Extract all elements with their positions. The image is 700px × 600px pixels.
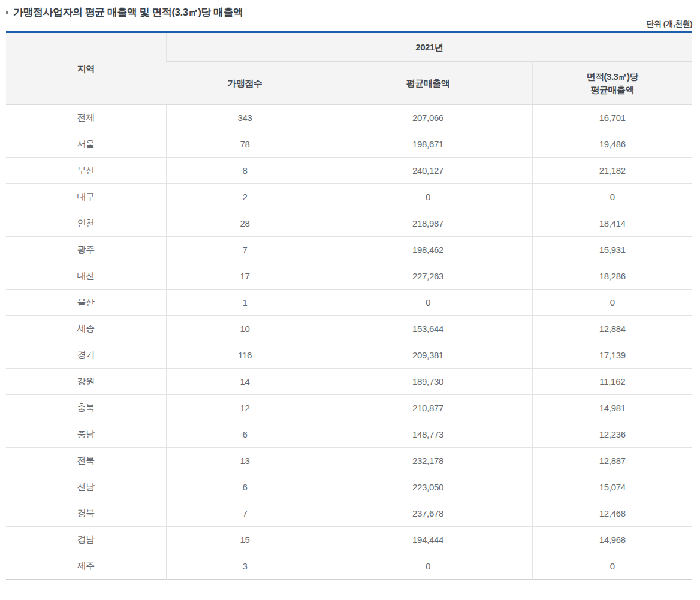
region-cell: 경남 — [6, 527, 166, 553]
store-count-cell: 13 — [166, 448, 324, 474]
column-header-avg-sales: 평균매출액 — [324, 62, 532, 105]
unit-note: 단위 (개,천원) — [6, 19, 692, 31]
region-cell: 인천 — [6, 210, 166, 237]
store-count-cell: 7 — [166, 237, 324, 263]
table-row: 충북12210,87714,981 — [6, 395, 692, 421]
store-count-cell: 15 — [166, 527, 324, 553]
avg-sales-cell: 218,987 — [324, 210, 532, 237]
per-area-header-line2: 평균매출액 — [591, 85, 635, 95]
avg-sales-cell: 198,462 — [324, 237, 532, 263]
store-count-cell: 14 — [166, 369, 324, 395]
avg-sales-cell: 189,730 — [324, 369, 532, 395]
region-cell: 경북 — [6, 500, 166, 527]
store-count-cell: 343 — [166, 105, 324, 131]
store-count-cell: 12 — [166, 395, 324, 421]
avg-sales-cell: 0 — [324, 553, 532, 580]
per-area-sales-cell: 18,414 — [532, 210, 692, 237]
table-row: 서울78198,67119,486 — [6, 131, 692, 158]
store-count-cell: 6 — [166, 474, 324, 500]
per-area-sales-cell: 0 — [532, 290, 692, 316]
avg-sales-cell: 232,178 — [324, 448, 532, 474]
store-count-cell: 116 — [166, 342, 324, 369]
table-row: 대전17227,26318,286 — [6, 263, 692, 290]
table-row: 광주7198,46215,931 — [6, 237, 692, 263]
avg-sales-cell: 237,678 — [324, 500, 532, 527]
column-header-per-area-sales: 면적(3.3㎡)당 평균매출액 — [532, 62, 692, 105]
region-cell: 전체 — [6, 105, 166, 131]
column-header-store-count: 가맹점수 — [166, 62, 324, 105]
store-count-cell: 28 — [166, 210, 324, 237]
square-bullet-icon — [6, 11, 8, 14]
table-row: 전북13232,17812,887 — [6, 448, 692, 474]
avg-sales-cell: 223,050 — [324, 474, 532, 500]
region-cell: 광주 — [6, 237, 166, 263]
per-area-sales-cell: 12,468 — [532, 500, 692, 527]
region-cell: 울산 — [6, 290, 166, 316]
avg-sales-cell: 153,644 — [324, 316, 532, 342]
per-area-sales-cell: 12,884 — [532, 316, 692, 342]
per-area-sales-cell: 17,139 — [532, 342, 692, 369]
per-area-sales-cell: 15,931 — [532, 237, 692, 263]
avg-sales-cell: 240,127 — [324, 158, 532, 184]
table-row: 울산100 — [6, 290, 692, 316]
column-header-year-2021: 2021년 — [166, 32, 692, 62]
store-count-cell: 8 — [166, 158, 324, 184]
per-area-sales-cell: 15,074 — [532, 474, 692, 500]
avg-sales-cell: 209,381 — [324, 342, 532, 369]
region-cell: 서울 — [6, 131, 166, 158]
region-cell: 전남 — [6, 474, 166, 500]
table-row: 경남15194,44414,968 — [6, 527, 692, 553]
per-area-sales-cell: 0 — [532, 184, 692, 210]
store-count-cell: 1 — [166, 290, 324, 316]
region-cell: 대전 — [6, 263, 166, 290]
table-row: 대구200 — [6, 184, 692, 210]
avg-sales-cell: 210,877 — [324, 395, 532, 421]
sales-table: 지역 2021년 가맹점수 평균매출액 면적(3.3㎡)당 평균매출액 전체34… — [6, 31, 692, 580]
table-header: 지역 2021년 가맹점수 평균매출액 면적(3.3㎡)당 평균매출액 — [6, 32, 692, 105]
region-cell: 강원 — [6, 369, 166, 395]
per-area-sales-cell: 16,701 — [532, 105, 692, 131]
avg-sales-cell: 194,444 — [324, 527, 532, 553]
table-row: 충남6148,77312,236 — [6, 421, 692, 448]
avg-sales-cell: 207,066 — [324, 105, 532, 131]
region-cell: 충북 — [6, 395, 166, 421]
title-line: 가맹점사업자의 평균 매출액 및 면적(3.3㎡)당 매출액 — [6, 5, 692, 19]
region-cell: 부산 — [6, 158, 166, 184]
region-cell: 전북 — [6, 448, 166, 474]
store-count-cell: 7 — [166, 500, 324, 527]
avg-sales-cell: 148,773 — [324, 421, 532, 448]
per-area-header-line1: 면적(3.3㎡)당 — [587, 71, 638, 82]
table-row: 제주300 — [6, 553, 692, 580]
per-area-sales-cell: 12,236 — [532, 421, 692, 448]
table-row: 경북7237,67812,468 — [6, 500, 692, 527]
page-title: 가맹점사업자의 평균 매출액 및 면적(3.3㎡)당 매출액 — [13, 5, 243, 19]
per-area-sales-cell: 18,286 — [532, 263, 692, 290]
store-count-cell: 10 — [166, 316, 324, 342]
store-count-cell: 6 — [166, 421, 324, 448]
per-area-sales-cell: 21,182 — [532, 158, 692, 184]
region-cell: 세종 — [6, 316, 166, 342]
page: 가맹점사업자의 평균 매출액 및 면적(3.3㎡)당 매출액 단위 (개,천원)… — [0, 0, 700, 600]
column-header-region: 지역 — [6, 32, 166, 105]
table-row: 강원14189,73011,162 — [6, 369, 692, 395]
store-count-cell: 17 — [166, 263, 324, 290]
per-area-sales-cell: 14,981 — [532, 395, 692, 421]
region-cell: 제주 — [6, 553, 166, 580]
table-row: 전남6223,05015,074 — [6, 474, 692, 500]
table-row: 세종10153,64412,884 — [6, 316, 692, 342]
per-area-sales-cell: 0 — [532, 553, 692, 580]
region-cell: 경기 — [6, 342, 166, 369]
header-row-year: 지역 2021년 — [6, 32, 692, 62]
avg-sales-cell: 0 — [324, 290, 532, 316]
avg-sales-cell: 0 — [324, 184, 532, 210]
per-area-sales-cell: 12,887 — [532, 448, 692, 474]
table-row: 전체343207,06616,701 — [6, 105, 692, 131]
table-row: 인천28218,98718,414 — [6, 210, 692, 237]
table-row: 부산8240,12721,182 — [6, 158, 692, 184]
table-row: 경기116209,38117,139 — [6, 342, 692, 369]
region-cell: 충남 — [6, 421, 166, 448]
store-count-cell: 2 — [166, 184, 324, 210]
avg-sales-cell: 227,263 — [324, 263, 532, 290]
per-area-sales-cell: 11,162 — [532, 369, 692, 395]
table-body: 전체343207,06616,701서울78198,67119,486부산824… — [6, 105, 692, 580]
